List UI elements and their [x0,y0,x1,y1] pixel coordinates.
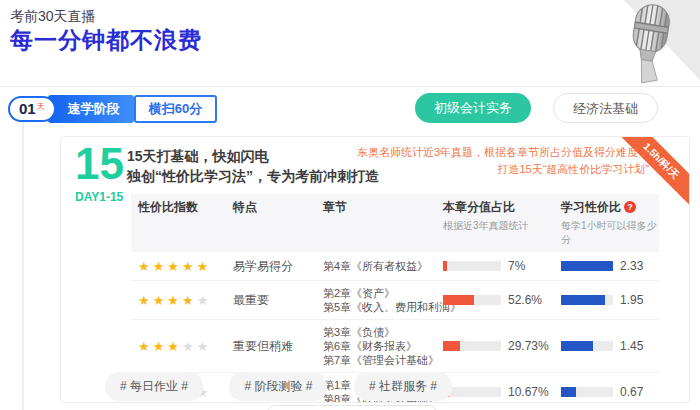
chapter-item: 第5章《收入、费用和利润》 [323,300,443,314]
help-icon[interactable]: ? [624,201,636,213]
score-share-bar [443,295,501,305]
tag-community-service[interactable]: # 社群服务 # [354,372,452,401]
score-share-bar [443,341,501,351]
subject-tabs: 初级会计实务 经济法基础 [415,93,658,123]
star-filled-icon: ★ [182,259,194,274]
learning-value-value: 0.67 [620,385,643,399]
star-filled-icon: ★ [153,259,165,274]
plan-note-line1: 东奥名师统计近3年真题，根据各章节所占分值及得分难度， [357,144,649,161]
plan-note-line2: 打造15天“超高性价比学习计划” [357,161,649,178]
stage-phase-button[interactable]: 速学阶段 [48,95,134,123]
score-share-cell: 7% [443,259,561,273]
plan-note: 东奥名师统计近3年真题，根据各章节所占分值及得分难度， 打造15天“超高性价比学… [357,144,649,178]
learning-value-bar [561,387,613,397]
header-rating: 性价比指数 [131,199,233,216]
star-filled-icon: ★ [167,339,179,354]
feature-label: 重要但稍难 [233,338,323,355]
chapter-item: 第6章《财务报表》 [323,339,443,353]
feature-tags: # 每日作业 # # 阶段测验 # # 社群服务 # [105,372,474,401]
page-subtitle: 考前30天直播 [10,8,96,26]
page-title: 每一分钟都不浪费 [10,25,202,56]
score-share-bar-fill [443,341,460,351]
microphone-image [588,0,700,86]
score-share-bar-fill [443,261,447,271]
day-count: 15 [75,139,124,189]
score-share-bar [443,261,501,271]
header-learning-value: 学习性价比? [561,199,659,216]
learning-value-value: 1.95 [620,293,643,307]
score-share-value: 7% [508,259,525,273]
score-share-value: 52.6% [508,293,542,307]
header-learning-value-label: 学习性价比 [561,200,621,214]
score-share-value: 10.67% [508,385,549,399]
study-plan-card: 1.5h/科/天 东奥名师统计近3年真题，根据各章节所占分值及得分难度， 打造1… [60,136,690,403]
learning-value-bar-fill [561,387,576,397]
plan-headline-line2: 独创“性价比学习法”，专为考前冲刺打造 [127,166,379,186]
day-badge: 01 天 [8,96,56,122]
learning-value-bar-fill [561,261,613,271]
score-share-value: 29.73% [508,339,549,353]
star-filled-icon: ★ [138,293,150,308]
feature-label: 易学易得分 [233,258,323,275]
tab-subject-accounting-practice[interactable]: 初级会计实务 [415,93,531,123]
tag-stage-quiz[interactable]: # 阶段测验 # [229,372,327,401]
table-row: ★★★★★易学易得分第4章《所有者权益》7%2.33 [131,252,659,281]
chapter-list: 第2章《资产》第5章《收入、费用和利润》 [323,286,443,314]
star-empty-icon: ★ [182,339,194,354]
learning-value-bar [561,295,613,305]
learning-value-bar [561,261,613,271]
header-learning-value-sub: 每学1小时可以得多少分 [561,219,659,247]
star-empty-icon: ★ [197,293,209,308]
star-empty-icon: ★ [197,339,209,354]
chapter-item: 第3章《负债》 [323,325,443,339]
learning-value-cell: 1.95 [561,293,659,307]
star-filled-icon: ★ [138,339,150,354]
day-range: DAY1-15 [75,190,123,204]
stage-goal-button[interactable]: 横扫60分 [134,95,217,123]
chapter-item: 第7章《管理会计基础》 [323,353,443,367]
header-score-share: 本章分值占比 [443,199,561,216]
chapter-list: 第4章《所有者权益》 [323,259,443,273]
score-share-cell: 52.6% [443,293,561,307]
star-filled-icon: ★ [182,293,194,308]
stage-bar: 01 天 速学阶段 横扫60分 [8,95,217,123]
tag-daily-homework[interactable]: # 每日作业 # [105,372,203,401]
plan-headline-line1: 15天打基础，快如闪电 [127,146,379,166]
star-filled-icon: ★ [138,259,150,274]
next-card-edge [268,405,436,410]
learning-value-bar [561,341,613,351]
rating-stars: ★★★★★ [131,257,233,275]
header-score-share-sub: 根据近3年真题统计 [443,219,561,233]
learning-value-bar-fill [561,341,593,351]
star-filled-icon: ★ [197,259,209,274]
score-share-cell: 29.73% [443,339,561,353]
learning-value-bar-fill [561,295,605,305]
day-number: 01 [19,98,36,120]
learning-value-cell: 2.33 [561,259,659,273]
star-filled-icon: ★ [167,293,179,308]
header-divider [0,86,700,87]
plan-headline: 15天打基础，快如闪电 独创“性价比学习法”，专为考前冲刺打造 [127,146,379,186]
table-row: ★★★★★最重要第2章《资产》第5章《收入、费用和利润》52.6%1.95 [131,281,659,320]
table-header: 性价比指数 特点 章节 本章分值占比 根据近3年真题统计 学习性价比? 每学1小… [131,194,659,252]
score-share-bar-fill [443,295,474,305]
star-filled-icon: ★ [153,339,165,354]
learning-value-value: 2.33 [620,259,643,273]
feature-label: 最重要 [233,292,323,309]
star-filled-icon: ★ [167,259,179,274]
chapter-item: 第4章《所有者权益》 [323,259,443,273]
learning-value-cell: 0.67 [561,385,659,399]
chapter-list: 第3章《负债》第6章《财务报表》第7章《管理会计基础》 [323,325,443,367]
star-filled-icon: ★ [153,293,165,308]
day-unit: 天 [37,101,45,112]
learning-value-value: 1.45 [620,339,643,353]
rating-stars: ★★★★★ [131,337,233,355]
header-feature: 特点 [233,199,323,216]
learning-value-cell: 1.45 [561,339,659,353]
header-chapter: 章节 [323,199,443,216]
table-row: ★★★★★重要但稍难第3章《负债》第6章《财务报表》第7章《管理会计基础》29.… [131,320,659,373]
chapter-item: 第2章《资产》 [323,286,443,300]
timeline-line [22,122,24,410]
rating-stars: ★★★★★ [131,291,233,309]
tab-subject-economic-law[interactable]: 经济法基础 [553,93,658,123]
